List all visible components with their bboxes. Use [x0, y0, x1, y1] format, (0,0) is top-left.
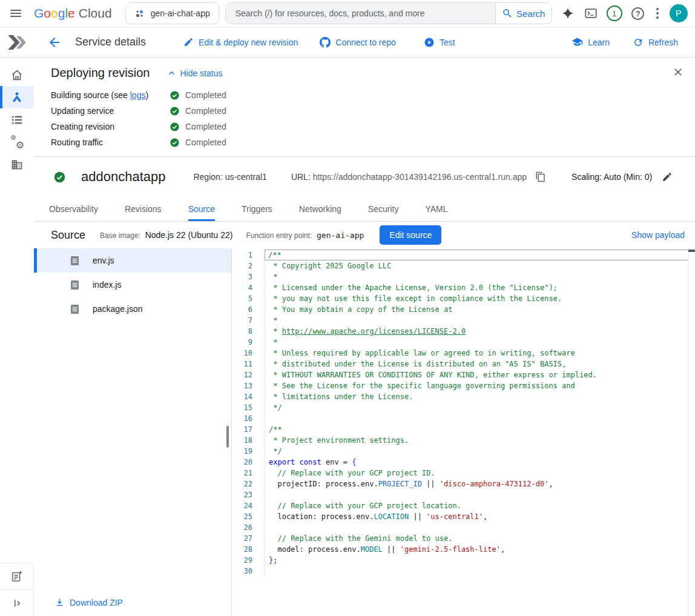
code-line-content[interactable]: * Unless required by applicable law or a… [265, 348, 688, 359]
sidebar-collapse-toggle[interactable] [0, 589, 33, 616]
search-input[interactable] [226, 8, 495, 18]
logs-link[interactable]: logs [130, 90, 146, 100]
code-editor[interactable]: 1/**2 * Copyright 2025 Google LLC3 *4 * … [232, 248, 695, 616]
close-status-panel-button[interactable] [672, 66, 684, 78]
line-number: 10 [232, 348, 265, 359]
notifications-badge[interactable]: 1 [607, 5, 622, 21]
edit-scaling-button[interactable] [662, 171, 673, 182]
code-line-content[interactable] [265, 413, 688, 424]
url-value[interactable]: https://addonchatapp-301439142196.us-cen… [313, 172, 527, 182]
play-icon [424, 37, 435, 48]
code-line-content[interactable]: projectID: process.env.PROJECT_ID || 'di… [265, 479, 688, 489]
file-panel-scrollbar[interactable] [226, 426, 229, 448]
download-zip-button[interactable]: Download ZIP [54, 597, 123, 608]
code-line-content[interactable]: // Replace with your GCP project locatio… [265, 500, 688, 511]
code-line-content[interactable]: */ [265, 446, 688, 457]
copy-icon [535, 171, 546, 182]
code-line-content[interactable]: * Copyright 2025 Google LLC [265, 260, 688, 271]
connect-repo-label: Connect to repo [335, 38, 396, 47]
search-button[interactable]: Search [495, 3, 552, 24]
code-line-content[interactable] [265, 489, 688, 500]
learn-button[interactable]: Learn [571, 36, 610, 48]
code-line: 2 * Copyright 2025 Google LLC [232, 260, 695, 271]
tab-triggers[interactable]: Triggers [242, 197, 272, 221]
status-row-label: Building source (see logs) [51, 90, 170, 100]
project-picker-button[interactable]: gen-ai-chat-app [125, 2, 219, 24]
code-line-content[interactable]: /** [265, 424, 688, 435]
test-button[interactable]: Test [424, 37, 455, 48]
code-line-content[interactable]: * [265, 315, 688, 326]
code-line-content[interactable] [265, 522, 688, 533]
show-payload-link[interactable]: Show payload [631, 230, 685, 240]
gemini-sparkle-icon[interactable] [561, 6, 575, 21]
hide-status-toggle[interactable]: Hide status [166, 68, 222, 78]
code-line-content[interactable]: export const env = { [265, 457, 688, 468]
home-icon [10, 68, 24, 82]
line-number: 3 [232, 271, 265, 282]
entry-point-value: gen-ai-app [317, 231, 364, 240]
tab-yaml[interactable]: YAML [425, 197, 447, 221]
status-completed: Completed [170, 122, 226, 132]
sidebar-item-integrations[interactable]: ⚙⚙ [0, 131, 34, 153]
code-line-content[interactable]: * http://www.apache.org/licenses/LICENSE… [265, 326, 688, 337]
code-line-content[interactable]: }; [265, 555, 688, 566]
edit-deploy-button[interactable]: Edit & deploy new revision [183, 37, 298, 47]
sidebar-item-release-notes[interactable] [0, 563, 33, 589]
file-icon [70, 256, 79, 266]
entry-point-label: Function entry point: [246, 231, 312, 240]
connect-repo-button[interactable]: Connect to repo [320, 37, 396, 48]
code-line-content[interactable]: model: process.env.MODEL || 'gemini-2.5-… [265, 544, 688, 555]
file-item-package.json[interactable]: package.json [34, 297, 231, 321]
code-line-content[interactable]: // Replace with your GCP project ID. [265, 468, 688, 479]
code-line-content[interactable]: * WITHOUT WARRANTIES OR CONDITIONS OF AN… [265, 369, 688, 380]
code-line-content[interactable]: * You may obtain a copy of the License a… [265, 304, 688, 315]
code-line-content[interactable]: * [265, 271, 688, 282]
sidebar-item-cloud-run[interactable] [0, 86, 34, 108]
tab-networking[interactable]: Networking [299, 197, 341, 221]
code-line-content[interactable]: // Replace with the Gemini model to use. [265, 533, 688, 544]
code-line-content[interactable]: * you may not use this file except in co… [265, 293, 688, 304]
code-line-content[interactable]: * distributed under the License is distr… [265, 359, 688, 369]
more-options-icon[interactable] [654, 8, 661, 19]
edit-source-button[interactable]: Edit source [380, 225, 441, 245]
copy-url-button[interactable] [535, 171, 546, 182]
code-line-content[interactable]: * Licensed under the Apache License, Ver… [265, 282, 688, 293]
code-line-content[interactable]: * See the License for the specific langu… [265, 380, 688, 391]
code-line-content[interactable]: * limitations under the License. [265, 391, 688, 402]
line-number: 5 [232, 293, 265, 304]
tab-source[interactable]: Source [188, 197, 215, 221]
code-line: 22 projectID: process.env.PROJECT_ID || … [232, 479, 695, 489]
code-line: 12 * WITHOUT WARRANTIES OR CONDITIONS OF… [232, 369, 695, 380]
refresh-button[interactable]: Refresh [633, 37, 678, 48]
line-number: 25 [232, 511, 265, 522]
file-item-env.js[interactable]: env.js [34, 248, 231, 273]
code-line-content[interactable] [265, 566, 688, 577]
code-line-content[interactable]: */ [265, 402, 688, 413]
tab-security[interactable]: Security [368, 197, 399, 221]
url-label: URL: [291, 172, 311, 182]
line-number: 1 [232, 250, 265, 260]
sidebar-item-invocations[interactable] [0, 108, 34, 131]
tab-observability[interactable]: Observability [49, 197, 98, 221]
code-line-content[interactable]: * [265, 337, 688, 348]
top-bar: Google Cloud gen-ai-chat-app Search [0, 0, 695, 27]
help-icon[interactable]: ? [631, 6, 645, 21]
download-zip-label: Download ZIP [70, 598, 123, 608]
sidebar-item-organization[interactable] [0, 153, 34, 176]
file-item-index.js[interactable]: index.js [34, 273, 231, 297]
editor-overview-ruler[interactable] [688, 248, 695, 616]
code-line-content[interactable]: * Project environment settings. [265, 435, 688, 446]
edit-deploy-label: Edit & deploy new revision [199, 38, 298, 47]
main-menu-icon[interactable] [8, 6, 23, 21]
code-line-content[interactable]: location: process.env.LOCATION || 'us-ce… [265, 511, 688, 522]
avatar[interactable]: P [670, 4, 688, 22]
tab-revisions[interactable]: Revisions [125, 197, 162, 221]
back-button[interactable] [47, 35, 62, 50]
sidebar-item-home[interactable] [0, 64, 34, 86]
line-number: 12 [232, 369, 265, 380]
cloud-shell-icon[interactable] [584, 6, 598, 21]
google-logo-text: Google [34, 6, 75, 21]
code-line: 9 * [232, 337, 695, 348]
code-line-content[interactable]: /** [265, 250, 688, 260]
code-line: 26 [232, 522, 695, 533]
